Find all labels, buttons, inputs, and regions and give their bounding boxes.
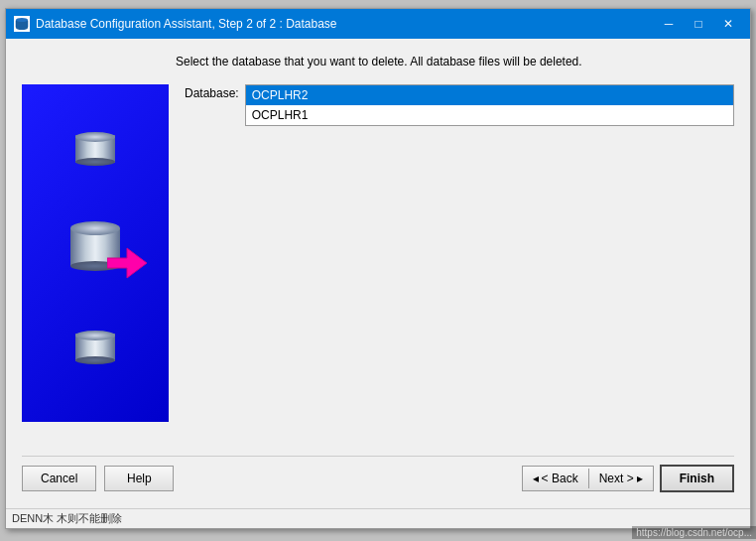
- cylinder-top-cap: [75, 132, 115, 142]
- pink-arrow-icon: [107, 243, 147, 286]
- watermark: https://blog.csdn.net/ocp...: [632, 526, 756, 539]
- help-button[interactable]: Help: [104, 466, 174, 491]
- close-button[interactable]: ✕: [714, 14, 742, 34]
- cyl-bot-bottom: [75, 356, 115, 364]
- next-chevron-icon: ▸: [637, 472, 643, 485]
- cylinder-middle-container: [65, 221, 125, 276]
- database-label: Database:: [185, 84, 239, 100]
- footer-left: Cancel Help: [22, 466, 174, 491]
- back-chevron-icon: ◂: [533, 472, 539, 485]
- dropdown-item-ocplhr1[interactable]: OCPLHR1: [246, 105, 733, 125]
- app-icon: [14, 16, 30, 32]
- image-panel: [22, 84, 169, 422]
- database-dropdown[interactable]: OCPLHR2 OCPLHR1: [245, 84, 734, 126]
- cyl-bot-top: [75, 331, 115, 340]
- window-controls: ─ □ ✕: [655, 14, 742, 34]
- maximize-button[interactable]: □: [685, 14, 712, 34]
- back-label: < Back: [542, 472, 578, 485]
- dropdown-item-ocplhr2[interactable]: OCPLHR2: [246, 85, 733, 105]
- window-body: Select the database that you want to del…: [6, 39, 750, 508]
- footer-right: ◂ < Back Next > ▸ Finish: [522, 465, 734, 492]
- next-label: Next >: [599, 472, 634, 485]
- back-next-group: ◂ < Back Next > ▸: [522, 466, 654, 491]
- svg-marker-3: [107, 248, 147, 278]
- cylinder-bottom-cap: [75, 158, 115, 166]
- status-text: DENN木 木则不能删除: [12, 511, 122, 526]
- bottom-bar: DENN木 木则不能删除: [6, 508, 750, 528]
- window-title: Database Configuration Assistant, Step 2…: [36, 17, 655, 31]
- svg-point-2: [16, 26, 28, 30]
- minimize-button[interactable]: ─: [655, 14, 683, 34]
- title-bar: Database Configuration Assistant, Step 2…: [6, 9, 750, 39]
- main-window: Database Configuration Assistant, Step 2…: [5, 8, 751, 529]
- cancel-button[interactable]: Cancel: [22, 466, 96, 491]
- svg-point-1: [16, 18, 28, 22]
- cylinder-bottom: [65, 331, 125, 385]
- back-button[interactable]: ◂ < Back: [523, 467, 588, 490]
- footer: Cancel Help ◂ < Back Next > ▸ Finish: [22, 456, 734, 492]
- next-button[interactable]: Next > ▸: [589, 467, 653, 490]
- cylinder-top: [65, 132, 125, 187]
- cyl-mid-top: [70, 221, 120, 235]
- content-area: Database: OCPLHR2 OCPLHR1: [22, 84, 734, 456]
- finish-button[interactable]: Finish: [660, 465, 734, 492]
- instruction-text: Select the database that you want to del…: [176, 55, 734, 68]
- database-row: Database: OCPLHR2 OCPLHR1: [185, 84, 734, 126]
- form-area: Database: OCPLHR2 OCPLHR1: [185, 84, 734, 456]
- dropdown-list[interactable]: OCPLHR2 OCPLHR1: [245, 84, 734, 126]
